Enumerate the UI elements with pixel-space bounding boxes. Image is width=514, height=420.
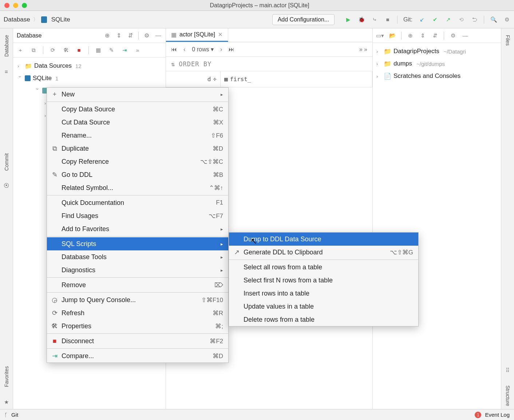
gutter-commit[interactable]: Commit bbox=[4, 150, 9, 174]
add-configuration-button[interactable]: Add Configuration... bbox=[272, 14, 335, 25]
ctx-shortcut: ⌘F2 bbox=[210, 337, 223, 345]
debug-icon[interactable]: 🐞 bbox=[358, 16, 365, 23]
collapse-icon[interactable]: ⇵ bbox=[431, 32, 439, 39]
files-item-projects[interactable]: › 📁 DatagripProjects ~/Datagri bbox=[373, 45, 501, 58]
view-mode-icon[interactable]: ▭▾ bbox=[376, 32, 384, 39]
column-first[interactable]: ▦ first_ bbox=[221, 71, 372, 87]
tab-actor[interactable]: ▦ actor [SQLite] ✕ bbox=[166, 28, 228, 42]
ctx-new[interactable]: + New ▸ bbox=[47, 88, 228, 101]
panel-settings-icon[interactable]: ⚙ bbox=[143, 32, 150, 39]
gutter-structure[interactable]: Structure bbox=[505, 383, 511, 409]
status-event-log[interactable]: Event Log bbox=[485, 412, 510, 418]
git-branch-icon[interactable]: ᚶ bbox=[4, 412, 8, 418]
gutter-files[interactable]: Files bbox=[505, 32, 511, 49]
more-icon[interactable]: » » bbox=[359, 46, 367, 53]
sync-icon[interactable]: 🛠 bbox=[62, 47, 70, 54]
gutter-database[interactable]: Database bbox=[4, 32, 9, 60]
ctx-compare[interactable]: ⇥Compare...⌘D bbox=[47, 349, 228, 362]
git-push-icon[interactable]: ↗ bbox=[444, 16, 452, 23]
panel-settings-icon[interactable]: ⚙ bbox=[449, 32, 456, 39]
sub-delete[interactable]: Delete rows from a table bbox=[229, 313, 418, 326]
breadcrumb-root[interactable]: Database bbox=[4, 16, 30, 23]
sql-scripts-submenu: Dump to DDL Data Source ↗Generate DDL to… bbox=[229, 232, 419, 326]
prev-page-icon[interactable]: ‹ bbox=[183, 46, 185, 53]
close-window-button[interactable] bbox=[4, 3, 9, 8]
ctx-db-tools[interactable]: Database Tools▸ bbox=[47, 250, 228, 264]
ctx-goto-ddl[interactable]: ✎Go to DDL⌘B bbox=[47, 168, 228, 181]
tree-sqlite[interactable]: › SQLite 1 bbox=[13, 72, 166, 84]
target-icon[interactable]: ⊕ bbox=[407, 32, 414, 39]
last-page-icon[interactable]: ⏭ bbox=[229, 46, 234, 53]
expand-icon[interactable]: ⇕ bbox=[419, 32, 426, 39]
sub-dump-ddl[interactable]: Dump to DDL Data Source bbox=[229, 233, 418, 246]
sub-insert[interactable]: Insert rows into a table bbox=[229, 287, 418, 300]
git-pull-icon[interactable]: ↙ bbox=[418, 16, 426, 23]
search-icon[interactable]: 🔍 bbox=[490, 16, 497, 23]
panel-hide-icon[interactable]: — bbox=[462, 32, 469, 39]
ctx-disconnect[interactable]: ■Disconnect⌘F2 bbox=[47, 334, 228, 348]
sub-gen-ddl[interactable]: ↗Generate DDL to Clipboard⌥⇧⌘G bbox=[229, 246, 418, 259]
chevron-right-icon[interactable]: › bbox=[17, 63, 23, 69]
edit-icon[interactable]: ✎ bbox=[108, 47, 115, 54]
stop-icon[interactable]: ■ bbox=[384, 16, 391, 23]
table-view-icon[interactable]: ▦ bbox=[95, 47, 102, 54]
panel-hide-icon[interactable]: — bbox=[155, 32, 162, 39]
files-item-scratches[interactable]: › 📄 Scratches and Consoles bbox=[373, 70, 501, 82]
stop-sync-icon[interactable]: ■ bbox=[75, 47, 83, 54]
ctx-refresh[interactable]: ⟳Refresh⌘R bbox=[47, 306, 228, 320]
chevron-right-icon[interactable]: › bbox=[376, 49, 381, 54]
next-page-icon[interactable]: › bbox=[220, 46, 222, 53]
ctx-sql-scripts[interactable]: SQL Scripts▸ bbox=[47, 237, 228, 250]
chevron-down-icon[interactable]: › bbox=[35, 88, 40, 93]
tree-data-sources[interactable]: › 📁 Data Sources 12 bbox=[13, 60, 166, 72]
gutter-favorites[interactable]: Favorites bbox=[4, 363, 9, 390]
chevron-down-icon[interactable]: › bbox=[17, 76, 23, 81]
order-by-bar[interactable]: ⇅ ORDER BY bbox=[166, 57, 372, 71]
settings-icon[interactable]: ⚙ bbox=[503, 16, 510, 23]
target-icon[interactable]: ⊕ bbox=[103, 32, 111, 39]
ctx-cut-ds[interactable]: Cut Data Source⌘X bbox=[47, 116, 228, 129]
chevron-right-icon[interactable]: › bbox=[376, 61, 381, 67]
rows-count[interactable]: 0 rows ▾ bbox=[192, 46, 214, 53]
sub-select-all[interactable]: Select all rows from a table bbox=[229, 261, 418, 274]
event-count-badge[interactable]: 1 bbox=[475, 412, 481, 418]
expand-all-icon[interactable]: ⇕ bbox=[115, 32, 122, 39]
ctx-jump-qc[interactable]: ◶Jump to Query Console...⇧⌘F10 bbox=[47, 293, 228, 306]
git-rollback-icon[interactable]: ⮌ bbox=[471, 16, 478, 23]
breadcrumb-ds[interactable]: SQLite bbox=[51, 16, 70, 23]
ctx-remove[interactable]: Remove⌦ bbox=[47, 278, 228, 292]
close-tab-icon[interactable]: ✕ bbox=[218, 31, 223, 38]
ctx-quick-doc[interactable]: Quick DocumentationF1 bbox=[47, 196, 228, 209]
file-label: DatagripProjects bbox=[394, 48, 439, 55]
ctx-rename[interactable]: Rename...⇧F6 bbox=[47, 129, 228, 142]
ctx-copy-ds[interactable]: Copy Data Source⌘C bbox=[47, 103, 228, 116]
open-icon[interactable]: 📂 bbox=[389, 32, 396, 39]
more-icon[interactable]: » bbox=[134, 47, 141, 54]
first-page-icon[interactable]: ⏮ bbox=[171, 46, 177, 53]
column-id[interactable]: d ÷ bbox=[166, 71, 221, 87]
collapse-all-icon[interactable]: ⇵ bbox=[127, 32, 134, 39]
sub-update[interactable]: Update values in a table bbox=[229, 300, 418, 313]
git-commit-icon[interactable]: ✔ bbox=[431, 16, 439, 23]
zoom-window-button[interactable] bbox=[22, 3, 27, 8]
add-icon[interactable]: + bbox=[17, 47, 24, 54]
run-icon[interactable]: ▶ bbox=[345, 16, 352, 23]
ctx-shortcut: ⌦ bbox=[214, 281, 223, 289]
sub-select-n[interactable]: Select first N rows from a table bbox=[229, 274, 418, 287]
git-history-icon[interactable]: ⟲ bbox=[458, 16, 465, 23]
run-with-coverage-icon[interactable]: ⤷ bbox=[371, 16, 378, 23]
ctx-diagnostics[interactable]: Diagnostics▸ bbox=[47, 264, 228, 277]
chevron-right-icon[interactable]: › bbox=[376, 74, 381, 79]
ctx-properties[interactable]: 🛠Properties⌘; bbox=[47, 320, 228, 333]
ctx-copy-ref[interactable]: Copy Reference⌥⇧⌘C bbox=[47, 155, 228, 168]
ctx-find-usages[interactable]: Find Usages⌥F7 bbox=[47, 209, 228, 222]
files-item-dumps[interactable]: › 📁 dumps ~/git/dumps bbox=[373, 58, 501, 70]
refresh-icon[interactable]: ⟳ bbox=[49, 47, 56, 54]
ctx-duplicate[interactable]: ⧉Duplicate⌘D bbox=[47, 142, 228, 155]
ctx-add-favorites[interactable]: Add to Favorites▸ bbox=[47, 222, 228, 235]
ctx-related[interactable]: Related Symbol...⌃⌘↑ bbox=[47, 181, 228, 194]
minimize-window-button[interactable] bbox=[13, 3, 18, 8]
jump-to-console-icon[interactable]: ⇥ bbox=[121, 47, 128, 54]
status-git[interactable]: Git bbox=[11, 412, 18, 418]
duplicate-icon[interactable]: ⧉ bbox=[30, 47, 37, 54]
